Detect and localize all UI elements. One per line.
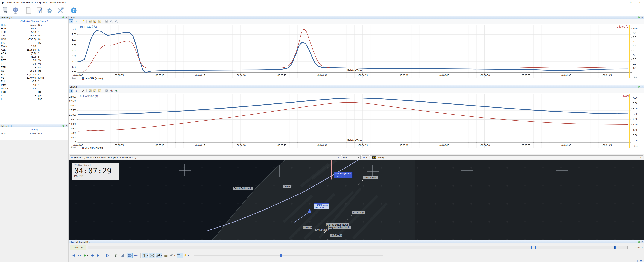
telemetry-row: Pitch-7.3° (0, 83, 68, 87)
cockpit-view-button[interactable]: ▼ (114, 253, 120, 258)
play-button[interactable]: ▼ (83, 253, 89, 258)
value-cell: 15,053.9 (16, 48, 37, 52)
zoom-in-icon[interactable] (114, 89, 118, 93)
flight-log-icon[interactable] (25, 6, 33, 14)
chart-layout-2-button[interactable]: 2 (74, 20, 78, 24)
object-filter-button[interactable]: ✈ ▼ (362, 155, 369, 160)
help-icon[interactable]: ? (70, 6, 78, 14)
axis-scale-right-icon[interactable] (98, 89, 102, 93)
minimize-button[interactable]: — (618, 0, 627, 5)
axis-scale-both-icon[interactable] (93, 20, 97, 24)
camera-search-button[interactable] (133, 253, 139, 258)
right-axis-title: g-force (G) (617, 25, 630, 28)
map-view[interactable]: 2016-06-21 04:07:29 PAUSE Beirut-Rafic H… (68, 160, 644, 240)
show-destroyed-button[interactable] (149, 253, 155, 258)
value-cell: 0.5 (16, 62, 37, 66)
timeline-handle[interactable] (614, 246, 616, 250)
show-aircraft-labels-button[interactable]: ▼ (142, 253, 148, 258)
pin-icon[interactable] (62, 125, 64, 127)
unit-label[interactable]: AIM-54A (Karon)151 ↓ 1.53 (334, 172, 352, 178)
chart2-plot[interactable]: 25,00022,50020,00017,50015,00012,50010,0… (68, 94, 644, 154)
col-data[interactable]: Data (0, 132, 16, 136)
value-cell: - (16, 90, 37, 94)
settings-icon[interactable] (46, 6, 54, 14)
network-icon[interactable] (12, 6, 20, 14)
pin-icon[interactable] (62, 16, 64, 18)
show-telemetry-labels-button[interactable]: ▼ (156, 253, 162, 258)
close-icon[interactable]: ✕ (66, 125, 67, 127)
col-value[interactable]: Value (16, 23, 37, 27)
display-status-icon[interactable] (640, 260, 642, 262)
pin-icon[interactable] (638, 241, 640, 243)
skip-start-button[interactable] (70, 253, 76, 258)
globe-view-button[interactable] (127, 253, 132, 258)
speed-slider[interactable] (194, 255, 384, 256)
window-layout-button[interactable]: ▼ (176, 253, 183, 258)
fast-forward-button[interactable] (90, 253, 95, 258)
notes-icon[interactable] (36, 6, 43, 14)
x-tick-label: +00:01:00 (561, 74, 571, 77)
playback-header[interactable]: Playback Control Bar ✕ (68, 240, 644, 244)
zoom-out-icon[interactable] (110, 89, 114, 93)
aircraft-view-button[interactable] (120, 253, 126, 258)
pin-icon[interactable] (638, 16, 640, 18)
data-cell: G (0, 55, 16, 58)
bookmark-tick[interactable] (531, 246, 532, 249)
close-icon[interactable]: ✕ (641, 16, 643, 18)
axis-scale-right-icon[interactable] (98, 20, 102, 24)
ground-units-button[interactable] (163, 253, 169, 258)
bookmark-tick[interactable] (535, 246, 536, 249)
telemetry1-header[interactable]: Telemetry 1 ✕ (0, 16, 68, 19)
telemetry2-header[interactable]: Telemetry 2 ✕ (0, 124, 68, 128)
pin-icon[interactable] (638, 86, 640, 88)
chart-layout-1-button[interactable]: 1 (69, 20, 74, 24)
zoom-out-icon[interactable] (110, 20, 114, 24)
right-tick-label: 3.0 (633, 58, 636, 61)
favorites-button[interactable]: ★▼ (184, 253, 189, 258)
close-icon[interactable]: ✕ (66, 16, 67, 18)
toolbar-separator (67, 7, 67, 14)
wizard-icon[interactable] (81, 89, 85, 93)
value-cell: 1.53 (16, 44, 37, 48)
event-selector[interactable]: ✈ (+00:06:21) AIM-54A (Karon) (has destr… (70, 155, 341, 160)
unit-cell: ° (37, 80, 68, 83)
close-icon[interactable]: ✕ (641, 241, 643, 243)
current-time-chip[interactable]: +00:07:29 (70, 245, 86, 250)
city-label: Saida (283, 185, 290, 188)
unit-label[interactable]: F-14B (Karon)150 - 0.68 (314, 204, 330, 210)
close-icon[interactable]: ✕ (641, 86, 643, 88)
destroyed-target-icon[interactable] (331, 178, 332, 180)
telemetry2-title: Telemetry 2 (1, 125, 12, 127)
network-status-icon[interactable] (636, 260, 638, 262)
sensors-button[interactable]: ▼ (170, 253, 176, 258)
zoom-in-icon[interactable] (114, 20, 118, 24)
speed-slider-handle[interactable] (280, 254, 282, 257)
close-button[interactable]: ✕ (636, 0, 644, 5)
chart1-plot[interactable]: 8.007.006.005.004.003.002.001.000.00-1.0… (68, 24, 644, 84)
skip-end-button[interactable] (96, 253, 102, 258)
telemetry1-object[interactable]: AIM-54A Phoenix (Karon) (0, 19, 68, 23)
axis-scale-left-icon[interactable] (88, 20, 92, 24)
zoom-reset-icon[interactable] (105, 89, 109, 93)
zone-filter-selector[interactable]: (none) ∨ (370, 155, 643, 160)
maximize-button[interactable]: ❐ (627, 0, 636, 5)
telemetry2-object[interactable]: (none) (0, 128, 68, 132)
col-data[interactable]: Data (0, 23, 16, 27)
col-value[interactable]: Value (16, 132, 37, 136)
mode-selector[interactable]: N/A ▼ (342, 155, 360, 160)
axis-scale-both-icon[interactable] (93, 89, 97, 93)
rewind-button[interactable] (77, 253, 82, 258)
col-unit[interactable]: Unit (37, 132, 68, 136)
axis-scale-left-icon[interactable] (88, 89, 92, 93)
chart2-header[interactable]: Chart 2 ✕ (68, 85, 644, 88)
step-forward-button[interactable] (105, 253, 110, 258)
timeline-slider[interactable] (88, 246, 628, 249)
zoom-reset-icon[interactable] (105, 20, 109, 24)
wizard-icon[interactable] (81, 20, 85, 24)
tools-icon[interactable] (56, 6, 64, 14)
chart1-header[interactable]: Chart 1 ✕ (68, 16, 644, 19)
open-file-icon[interactable] (1, 6, 9, 14)
chart-layout-2-button[interactable]: 2 (74, 89, 78, 93)
col-unit[interactable]: Unit (37, 23, 68, 27)
chart-layout-1-button[interactable]: 1 (69, 89, 74, 93)
